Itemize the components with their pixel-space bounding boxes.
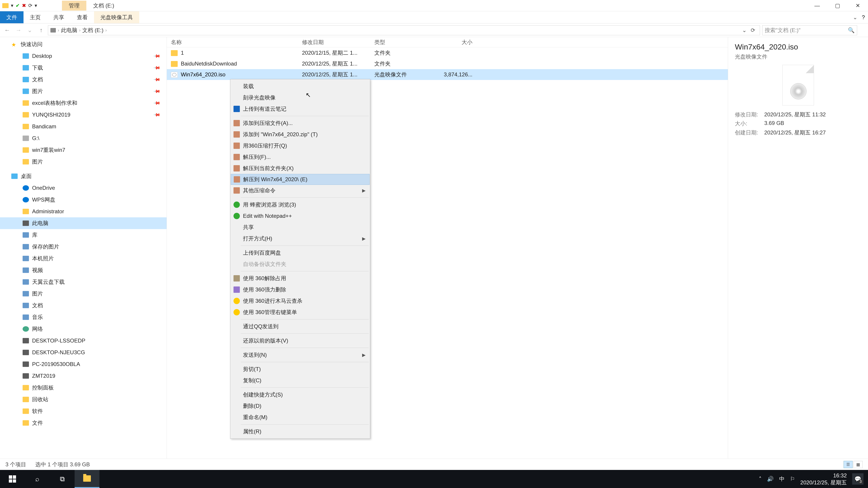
nav-desktop-item[interactable]: 库 [0, 229, 166, 241]
header-size[interactable]: 大小 [431, 39, 476, 46]
nav-forward-button[interactable]: → [14, 26, 23, 35]
context-menu-item[interactable]: 添加到 "Win7x64_2020.zip" (T) [231, 129, 370, 140]
qat-check-icon[interactable]: ✔ [16, 3, 20, 8]
nav-desktop-item[interactable]: OneDrive [0, 182, 166, 194]
nav-desktop-item[interactable]: 此电脑 [0, 217, 166, 229]
address-box[interactable]: › 此电脑 › 文档 (E:) › ⌄ ⟳ [48, 25, 760, 35]
nav-net-item[interactable]: DESKTOP-NJEU3CG [0, 347, 166, 358]
nav-quick-item[interactable]: 文档📌 [0, 74, 166, 86]
context-menu-item[interactable]: 解压到 Win7x64_2020\ (E) [231, 174, 370, 185]
nav-quick-item[interactable]: 下载📌 [0, 62, 166, 74]
context-menu-item[interactable]: Edit with Notepad++ [231, 210, 370, 222]
search-button[interactable]: ⌕ [25, 470, 50, 488]
contextual-tab-manage[interactable]: 管理 [62, 1, 86, 11]
nav-lib-item[interactable]: 保存的图片 [0, 241, 166, 253]
context-menu-item[interactable]: 使用 360管理右键菜单 [231, 306, 370, 318]
nav-bottom-item[interactable]: 文件 [0, 417, 166, 429]
search-box[interactable]: 搜索"文档 (E:)" 🔍 [762, 25, 857, 35]
context-menu-item[interactable]: 装载 [231, 80, 370, 92]
nav-net-item[interactable]: DESKTOP-LSSOEDP [0, 335, 166, 347]
nav-lib-item[interactable]: 视频 [0, 264, 166, 276]
context-menu-item[interactable]: 打开方式(H)▶ [231, 233, 370, 244]
qat-refresh-icon[interactable]: ⟳ [28, 3, 32, 8]
breadcrumb[interactable]: 文档 (E:) [82, 27, 103, 34]
qat-more-icon[interactable]: ▾ [35, 3, 37, 8]
address-dropdown-icon[interactable]: ⌄ [742, 27, 747, 33]
chevron-right-icon[interactable]: › [79, 28, 81, 33]
context-menu-item[interactable]: 通过QQ发送到 [231, 321, 370, 332]
taskbar-clock[interactable]: 16:32 2020/12/25, 星期五 [800, 472, 847, 486]
context-menu-item[interactable]: 使用 360解除占用 [231, 273, 370, 284]
nav-quick-item[interactable]: 图片 [0, 156, 166, 168]
nav-desktop[interactable]: 桌面 [0, 170, 166, 182]
nav-quick-item[interactable]: Desktop📌 [0, 50, 166, 62]
start-button[interactable] [0, 470, 25, 488]
close-button[interactable]: ✕ [848, 0, 868, 11]
context-menu-item[interactable]: 添加到压缩文件(A)... [231, 118, 370, 129]
context-menu-item[interactable]: 解压到当前文件夹(X) [231, 163, 370, 174]
nav-quick-item[interactable]: excel表格制作求和📌 [0, 97, 166, 109]
nav-quick-item[interactable]: G:\ [0, 132, 166, 144]
tray-up-icon[interactable]: ˄ [759, 476, 762, 482]
nav-network[interactable]: 网络 [0, 323, 166, 335]
nav-bottom-item[interactable]: 软件 [0, 405, 166, 417]
breadcrumb[interactable]: 此电脑 [61, 27, 77, 34]
file-row[interactable]: Win7x64_2020.iso2020/12/25, 星期五 1...光盘映像… [167, 69, 728, 80]
qat-close-icon[interactable]: ✖ [22, 3, 26, 8]
context-menu-item[interactable]: 剪切(T) [231, 363, 370, 375]
context-menu-item[interactable]: 使用 360强力删除 [231, 284, 370, 295]
nav-desktop-item[interactable]: Administrator [0, 205, 166, 217]
header-name[interactable]: 名称 [167, 39, 298, 46]
task-view-button[interactable]: ⧉ [50, 470, 74, 488]
context-menu-item[interactable]: 用360压缩打开(Q) [231, 140, 370, 151]
nav-quick-item[interactable]: Bandicam [0, 121, 166, 132]
nav-quick-item[interactable]: win7重装win7 [0, 144, 166, 156]
volume-icon[interactable]: 🔊 [767, 476, 774, 482]
context-menu-item[interactable]: 其他压缩命令▶ [231, 185, 370, 196]
nav-quick-item[interactable]: YUNQISHI2019📌 [0, 109, 166, 121]
nav-recent-icon[interactable]: ⌄ [25, 26, 34, 35]
maximize-button[interactable]: ▢ [827, 0, 848, 11]
context-menu-item[interactable]: 还原以前的版本(V) [231, 335, 370, 346]
chevron-right-icon[interactable]: › [105, 28, 107, 33]
context-menu-item[interactable]: 用 蜂蜜浏览器 浏览(3) [231, 199, 370, 210]
ime-indicator[interactable]: 中 [779, 475, 784, 483]
nav-lib-item[interactable]: 图片 [0, 288, 166, 300]
taskbar-explorer[interactable] [74, 470, 99, 488]
header-type[interactable]: 类型 [370, 39, 431, 46]
context-menu-item[interactable]: 创建快捷方式(S) [231, 389, 370, 400]
nav-net-item[interactable]: ZMT2019 [0, 370, 166, 382]
qat-dropdown-icon[interactable]: ▾ [11, 3, 13, 8]
context-menu-item[interactable]: 属性(R) [231, 426, 370, 437]
header-date[interactable]: 修改日期 [298, 39, 370, 46]
file-row[interactable]: BaiduNetdiskDownload2020/12/25, 星期五 1...… [167, 58, 728, 69]
nav-back-button[interactable]: ← [3, 26, 12, 35]
context-menu-item[interactable]: 发送到(N)▶ [231, 349, 370, 361]
context-menu-item[interactable]: 重命名(M) [231, 412, 370, 423]
refresh-icon[interactable]: ⟳ [748, 27, 757, 33]
context-menu-item[interactable]: 解压到(F)... [231, 151, 370, 163]
nav-quick-item[interactable]: 图片📌 [0, 86, 166, 97]
context-menu-item[interactable]: 上传到百度网盘 [231, 247, 370, 258]
view-icons-button[interactable]: ▦ [854, 461, 863, 468]
ribbon-tab-disc-tools[interactable]: 光盘映像工具 [94, 11, 139, 23]
context-menu-item[interactable]: 使用 360进行木马云查杀 [231, 295, 370, 306]
nav-lib-item[interactable]: 本机照片 [0, 253, 166, 264]
nav-quick-access[interactable]: ★快速访问 [0, 38, 166, 50]
ribbon-expand-icon[interactable]: ⌄ [853, 14, 857, 21]
nav-bottom-item[interactable]: 回收站 [0, 394, 166, 405]
context-menu-item[interactable]: 复制(C) [231, 375, 370, 386]
view-details-button[interactable]: ☰ [844, 461, 852, 468]
minimize-button[interactable]: — [807, 0, 827, 11]
search-icon[interactable]: 🔍 [848, 27, 855, 33]
nav-lib-item[interactable]: 文档 [0, 300, 166, 311]
file-row[interactable]: 12020/12/15, 星期二 1...文件夹 [167, 47, 728, 58]
context-menu-item[interactable]: 上传到有道云笔记 [231, 103, 370, 115]
context-menu-item[interactable]: 共享 [231, 222, 370, 233]
security-icon[interactable]: ⚐ [790, 476, 795, 482]
ribbon-tab-share[interactable]: 共享 [47, 11, 70, 23]
ribbon-tab-home[interactable]: 主页 [24, 11, 47, 23]
ribbon-tab-file[interactable]: 文件 [0, 11, 24, 23]
nav-lib-item[interactable]: 天翼云盘下载 [0, 276, 166, 288]
nav-up-button[interactable]: ↑ [37, 26, 46, 35]
